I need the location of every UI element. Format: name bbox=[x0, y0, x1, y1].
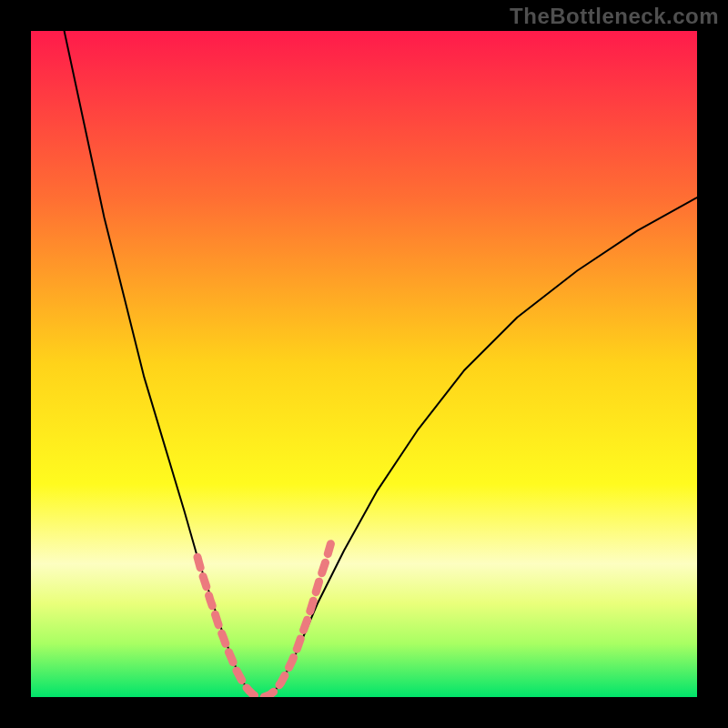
plot-area bbox=[31, 31, 697, 697]
chart-frame: TheBottleneck.com bbox=[0, 0, 728, 728]
watermark-text: TheBottleneck.com bbox=[510, 4, 719, 29]
chart-svg bbox=[31, 31, 697, 697]
chart-background bbox=[31, 31, 697, 697]
